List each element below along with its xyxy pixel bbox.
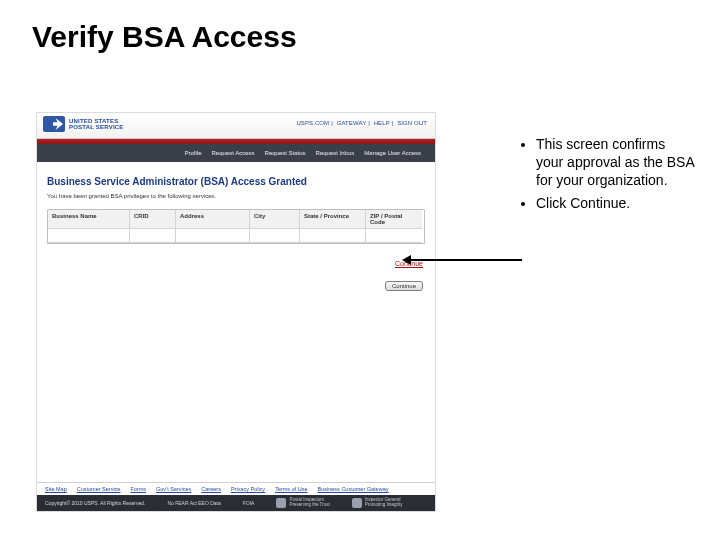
footer-link-forms[interactable]: Forms — [130, 486, 146, 492]
link-gateway[interactable]: GATEWAY — [335, 120, 369, 126]
annotation-arrow — [410, 259, 522, 261]
table-row — [48, 229, 424, 243]
badge-text: Postal Inspectors Preserving the Trust — [289, 498, 329, 507]
link-usps-com[interactable]: USPS.COM — [294, 120, 331, 126]
section-title: Business Service Administrator (BSA) Acc… — [47, 176, 425, 187]
badge-inspector-general: Inspector General Promoting Integrity — [352, 498, 403, 508]
footer-link-privacy[interactable]: Privacy Policy — [231, 486, 265, 492]
bullet-item: Click Continue. — [536, 194, 696, 212]
footer-link-terms[interactable]: Terms of Use — [275, 486, 307, 492]
usps-logo: UNITED STATES POSTAL SERVICE — [43, 116, 123, 132]
cell — [366, 229, 422, 243]
col-state: State / Province — [300, 210, 366, 229]
slide-title: Verify BSA Access — [32, 20, 297, 54]
tab-request-status[interactable]: Request Status — [265, 150, 306, 156]
copyright-text: Copyright© 2010 USPS. All Rights Reserve… — [45, 500, 145, 506]
col-business-name: Business Name — [48, 210, 130, 229]
screenshot-footer: Site Map Customer Service Forms Gov't Se… — [37, 482, 435, 511]
footer-links: Site Map Customer Service Forms Gov't Se… — [37, 482, 435, 495]
eagle-icon — [43, 116, 65, 132]
cell — [300, 229, 366, 243]
chip-nofear[interactable]: No FEAR Act EEO Data — [167, 500, 220, 506]
screenshot-header: UNITED STATES POSTAL SERVICE USPS.COM| G… — [37, 113, 435, 139]
services-table: Business Name CRID Address City State / … — [47, 209, 425, 244]
cell — [176, 229, 250, 243]
logo-text: UNITED STATES POSTAL SERVICE — [69, 118, 123, 130]
col-address: Address — [176, 210, 250, 229]
nav-tabs: Profile Request Access Request Status Re… — [37, 144, 435, 162]
badge-postal-inspectors: Postal Inspectors Preserving the Trust — [276, 498, 329, 508]
cell — [250, 229, 300, 243]
continue-button[interactable]: Continue — [385, 281, 423, 291]
link-sign-out[interactable]: SIGN OUT — [395, 120, 429, 126]
col-crid: CRID — [130, 210, 176, 229]
tab-profile[interactable]: Profile — [185, 150, 202, 156]
badge-text: Inspector General Promoting Integrity — [365, 498, 403, 507]
footer-darkbar: Copyright© 2010 USPS. All Rights Reserve… — [37, 495, 435, 511]
tab-manage-user-access[interactable]: Manage User Access — [364, 150, 421, 156]
link-help[interactable]: HELP — [372, 120, 392, 126]
col-city: City — [250, 210, 300, 229]
section-subtext: You have been granted BSA privileges to … — [47, 193, 425, 199]
slide-bullets: This screen confirms your approval as th… — [520, 135, 696, 216]
chip-foia[interactable]: FOIA — [243, 500, 255, 506]
table-header-row: Business Name CRID Address City State / … — [48, 210, 424, 229]
shield-icon — [276, 498, 286, 508]
bullet-item: This screen confirms your approval as th… — [536, 135, 696, 190]
footer-link-sitemap[interactable]: Site Map — [45, 486, 67, 492]
tab-request-inbox[interactable]: Request Inbox — [316, 150, 355, 156]
cell — [48, 229, 130, 243]
footer-link-careers[interactable]: Careers — [201, 486, 221, 492]
footer-link-govt-services[interactable]: Gov't Services — [156, 486, 191, 492]
cell — [130, 229, 176, 243]
top-right-links: USPS.COM| GATEWAY| HELP| SIGN OUT — [294, 120, 429, 126]
tab-request-access[interactable]: Request Access — [212, 150, 255, 156]
shield-icon — [352, 498, 362, 508]
screenshot-panel: UNITED STATES POSTAL SERVICE USPS.COM| G… — [36, 112, 436, 512]
footer-link-customer-service[interactable]: Customer Service — [77, 486, 121, 492]
footer-link-bcg[interactable]: Business Customer Gateway — [318, 486, 389, 492]
col-zip: ZIP / Postal Code — [366, 210, 422, 229]
